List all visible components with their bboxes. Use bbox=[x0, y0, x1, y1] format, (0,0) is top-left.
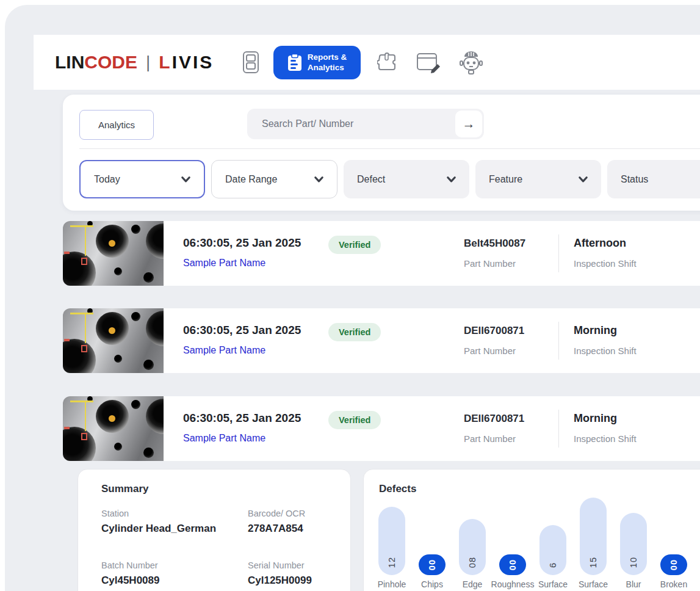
dropdown-defect[interactable]: Defect bbox=[344, 160, 469, 198]
defect-bar-pinhole-0[interactable]: 12 bbox=[378, 507, 405, 575]
search-input[interactable] bbox=[261, 118, 484, 130]
chevron-down-icon bbox=[181, 176, 190, 183]
robot-icon[interactable] bbox=[459, 49, 483, 75]
bolt-hole bbox=[143, 448, 154, 458]
row-divider bbox=[558, 410, 559, 448]
row-divider bbox=[558, 322, 559, 360]
defect-bar-roughness-3[interactable]: 00 bbox=[499, 554, 526, 575]
defect-bar-surface-5[interactable]: 15 bbox=[580, 498, 607, 575]
bar-value: 08 bbox=[467, 557, 477, 568]
field-label: Serial Number bbox=[248, 560, 382, 570]
valve-bore bbox=[146, 311, 164, 346]
part-image-thumbnail[interactable] bbox=[63, 221, 164, 286]
clipboard-icon bbox=[287, 54, 302, 71]
bar-category-label: Broken bbox=[649, 579, 698, 589]
part-name-link[interactable]: Sample Part Name bbox=[183, 258, 265, 269]
puzzle-icon[interactable] bbox=[377, 52, 398, 73]
field-value: 278A7A854 bbox=[248, 523, 382, 535]
bar-value: 00 bbox=[508, 559, 518, 570]
status-badge: Verified bbox=[328, 323, 381, 341]
dropdown-status[interactable]: Status bbox=[607, 160, 700, 198]
part-image-thumbnail[interactable] bbox=[63, 396, 164, 461]
part-number-value: DEll6700871 bbox=[464, 325, 524, 337]
shift-value: Morning bbox=[574, 324, 617, 337]
annotation-mark bbox=[109, 415, 115, 422]
tab-analytics[interactable]: Analytics bbox=[79, 110, 154, 140]
puzzle-icon bbox=[377, 52, 398, 73]
inspection-timestamp: 06:30:05, 25 Jan 2025 bbox=[183, 236, 301, 250]
dropdown-date-range-label: Date Range bbox=[225, 174, 277, 185]
dropdown-today[interactable]: Today bbox=[79, 160, 205, 198]
part-name-link[interactable]: Sample Part Name bbox=[183, 345, 265, 356]
inspection-timestamp: 06:30:05, 25 Jan 2025 bbox=[183, 324, 301, 337]
part-image-thumbnail[interactable] bbox=[63, 308, 164, 373]
cards-icon bbox=[242, 51, 260, 74]
count-bar: 15 bbox=[580, 498, 607, 575]
valve-bore bbox=[63, 339, 96, 373]
browser-edit-icon[interactable] bbox=[416, 52, 442, 74]
status-badge: Verified bbox=[328, 411, 381, 429]
bolt-hole bbox=[131, 400, 140, 409]
chevron-down-icon bbox=[579, 176, 588, 183]
defect-bar-chips-1[interactable]: 00 bbox=[419, 554, 446, 575]
dropdown-status-label: Status bbox=[621, 174, 648, 185]
filter-divider bbox=[79, 148, 700, 149]
inspection-result-row[interactable]: 06:30:05, 25 Jan 2025 Verified Sample Pa… bbox=[63, 221, 700, 286]
inspection-result-row[interactable]: 06:30:05, 25 Jan 2025 Verified Sample Pa… bbox=[63, 308, 700, 373]
browser-edit-icon bbox=[416, 52, 442, 74]
logo-lin: LIN bbox=[55, 52, 84, 73]
shift-value: Morning bbox=[574, 412, 617, 425]
summary-field-serial: Serial Number Cyl125H0099 bbox=[248, 560, 382, 587]
bolt-hole bbox=[143, 360, 154, 370]
field-label: Station bbox=[101, 509, 236, 518]
annotation-mark bbox=[64, 339, 70, 341]
dropdown-date-range[interactable]: Date Range bbox=[211, 160, 337, 198]
filters-panel: Analytics → Today Date Range Defect Feat… bbox=[63, 95, 700, 211]
search-bar: → bbox=[247, 109, 484, 139]
arrow-right-icon: → bbox=[463, 117, 475, 131]
field-label: Batch Number bbox=[101, 560, 236, 570]
annotation-mark bbox=[70, 225, 93, 227]
defect-bar-surface-4[interactable]: 6 bbox=[539, 525, 566, 575]
defects-chart: 12Pinhole00Chips08Edge00Roughness6Surfac… bbox=[364, 470, 700, 591]
dropdown-defect-label: Defect bbox=[357, 174, 385, 185]
defect-bar-broken-7[interactable]: 00 bbox=[660, 554, 687, 575]
robot-icon bbox=[459, 49, 483, 75]
defect-bar-blur-6[interactable]: 10 bbox=[620, 513, 647, 575]
valve-bore bbox=[146, 223, 164, 259]
search-submit-button[interactable]: → bbox=[455, 111, 482, 137]
defect-bar-edge-2[interactable]: 08 bbox=[459, 519, 486, 575]
annotation-mark bbox=[70, 313, 93, 314]
field-value: Cylinder Head_German bbox=[101, 523, 236, 535]
annotation-mark bbox=[81, 433, 87, 440]
bar-value: 00 bbox=[427, 559, 437, 570]
annotation-mark bbox=[64, 252, 70, 254]
summary-title: Summary bbox=[101, 483, 148, 495]
status-badge: Verified bbox=[328, 236, 381, 254]
part-number-label: Part Number bbox=[464, 346, 516, 356]
summary-field-barcode: Barcode/ OCR 278A7A854 bbox=[248, 509, 382, 535]
bolt-hole bbox=[114, 267, 122, 275]
lincode-livis-logo: LINCODE | LIVIS bbox=[55, 35, 214, 90]
cards-icon[interactable] bbox=[240, 51, 262, 74]
dropdown-feature[interactable]: Feature bbox=[475, 160, 601, 198]
part-name-link[interactable]: Sample Part Name bbox=[183, 433, 265, 444]
summary-card: Summary Station Cylinder Head_German Bar… bbox=[78, 469, 351, 591]
logo-separator: | bbox=[146, 53, 150, 72]
part-number-label: Part Number bbox=[464, 258, 516, 269]
top-navigation-bar: LINCODE | LIVIS Reports & Analytics bbox=[34, 35, 700, 90]
shift-label: Inspection Shift bbox=[574, 258, 637, 269]
bar-value: 10 bbox=[629, 557, 638, 568]
bar-value: 6 bbox=[548, 562, 558, 568]
annotation-mark bbox=[81, 258, 87, 265]
part-number-value: Belt45H0087 bbox=[464, 237, 525, 250]
inspection-result-row[interactable]: 06:30:05, 25 Jan 2025 Verified Sample Pa… bbox=[63, 396, 700, 461]
count-bar: 12 bbox=[378, 507, 405, 575]
chevron-down-icon bbox=[447, 176, 456, 183]
bolt-hole bbox=[114, 355, 122, 363]
row-divider bbox=[558, 234, 559, 272]
zero-count-pill: 00 bbox=[660, 554, 687, 575]
reports-analytics-button[interactable]: Reports & Analytics bbox=[273, 46, 361, 79]
defects-card: Defects 12Pinhole00Chips08Edge00Roughnes… bbox=[363, 469, 700, 591]
part-number-label: Part Number bbox=[464, 433, 516, 444]
